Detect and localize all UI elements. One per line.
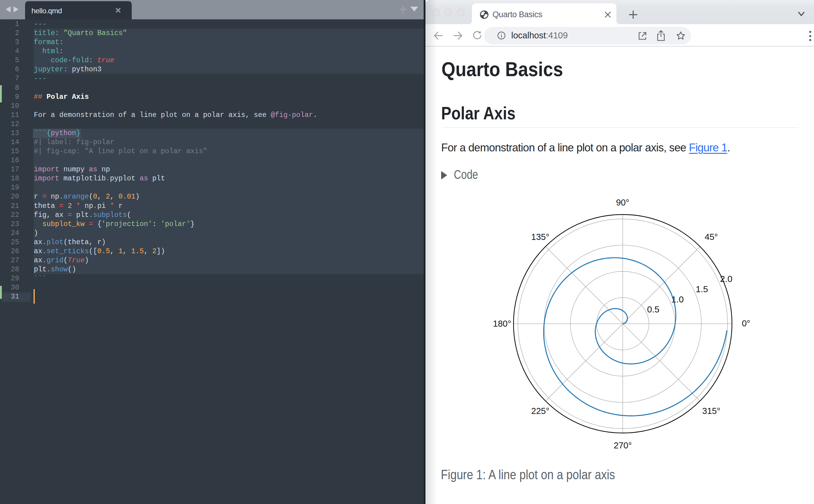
- svg-text:0.5: 0.5: [647, 304, 659, 314]
- svg-text:0°: 0°: [742, 318, 750, 328]
- svg-text:1.5: 1.5: [696, 284, 708, 294]
- svg-text:45°: 45°: [705, 232, 718, 242]
- svg-text:2.0: 2.0: [720, 274, 732, 284]
- svg-text:270°: 270°: [614, 441, 632, 450]
- svg-text:180°: 180°: [493, 319, 511, 328]
- svg-text:135°: 135°: [531, 232, 549, 242]
- svg-text:1.0: 1.0: [671, 294, 684, 304]
- svg-text:315°: 315°: [702, 406, 720, 416]
- svg-text:225°: 225°: [531, 406, 549, 416]
- svg-text:90°: 90°: [616, 198, 629, 207]
